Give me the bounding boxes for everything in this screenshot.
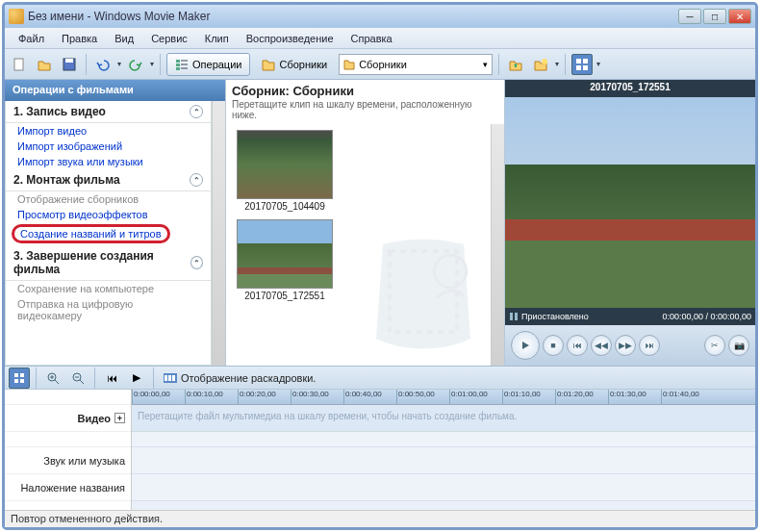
collapse-icon[interactable]: ⌃ — [190, 105, 203, 118]
collection-scrollbar[interactable] — [491, 124, 504, 366]
svg-rect-31 — [168, 375, 171, 381]
clip-thumb[interactable]: 20170705_104409 — [232, 130, 338, 212]
up-folder-button[interactable] — [505, 54, 526, 75]
timeline-track-labels: Видео+ Звук или музыка Наложение названи… — [5, 390, 132, 510]
menu-clip[interactable]: Клип — [197, 31, 237, 46]
task-video-effects[interactable]: Просмотр видеоэффектов — [6, 207, 211, 222]
collapse-icon[interactable]: ⌃ — [190, 256, 203, 269]
svg-rect-13 — [583, 65, 588, 70]
task-section-2[interactable]: 2. Монтаж фильма ⌃ — [6, 169, 211, 191]
svg-rect-18 — [14, 373, 18, 377]
ruler-tick: 0:01:10,00 — [502, 390, 555, 404]
svg-rect-32 — [172, 375, 175, 381]
menu-edit[interactable]: Правка — [54, 31, 105, 46]
svg-rect-3 — [176, 60, 180, 63]
track-transition[interactable] — [132, 432, 755, 447]
collapse-icon[interactable]: ⌃ — [190, 173, 203, 187]
prev-button[interactable]: ⏮ — [567, 335, 588, 356]
view-button[interactable] — [571, 54, 593, 75]
menu-file[interactable]: Файл — [11, 31, 52, 46]
task-import-video[interactable]: Импорт видео — [6, 123, 211, 139]
operations-toggle[interactable]: Операции — [166, 53, 250, 76]
tl-zoom-out-button[interactable] — [67, 367, 89, 389]
folder-small-icon — [343, 59, 355, 70]
svg-rect-30 — [165, 375, 167, 381]
window-title: Без имени - Windows Movie Maker — [28, 10, 678, 23]
play-button[interactable] — [511, 331, 540, 360]
clip-thumb[interactable]: 20170705_172551 — [232, 219, 338, 301]
redo-button[interactable] — [125, 54, 146, 75]
new-button[interactable] — [9, 54, 30, 75]
svg-rect-16 — [510, 313, 513, 320]
close-button[interactable]: ✕ — [728, 9, 751, 24]
tl-view-button[interactable] — [9, 367, 30, 389]
stop-button[interactable]: ■ — [543, 335, 564, 356]
svg-rect-2 — [65, 59, 73, 63]
menu-playback[interactable]: Воспроизведение — [239, 31, 342, 46]
ruler-tick: 0:00:30,00 — [291, 390, 343, 404]
snapshot-button[interactable]: 📷 — [728, 335, 749, 356]
svg-rect-0 — [14, 59, 23, 70]
task-send-camera: Отправка на цифровую видеокамеру — [6, 296, 211, 323]
ruler-tick: 0:01:00,00 — [449, 390, 502, 404]
task-import-audio[interactable]: Импорт звука или музыки — [6, 154, 211, 169]
operations-label: Операции — [192, 59, 241, 70]
menu-help[interactable]: Справка — [343, 31, 400, 46]
svg-rect-11 — [583, 59, 588, 63]
task-section-1[interactable]: 1. Запись видео ⌃ — [6, 101, 211, 123]
preview-status-text: Приостановлено — [521, 312, 589, 321]
tl-rewind-button[interactable]: ⏮ — [101, 367, 122, 389]
svg-point-9 — [542, 59, 547, 64]
minimize-button[interactable]: ─ — [678, 9, 701, 24]
task-import-images[interactable]: Импорт изображений — [6, 139, 211, 154]
collection-hint: Перетащите клип на шкалу времени, распол… — [232, 99, 498, 120]
tasks-scrollbar[interactable] — [212, 101, 225, 366]
forward-button[interactable]: ▶▶ — [615, 335, 636, 356]
menu-service[interactable]: Сервис — [143, 31, 195, 46]
collections-toggle[interactable]: Сборники — [254, 53, 335, 76]
ruler-tick: 0:00:20,00 — [238, 390, 291, 404]
timeline-mode-label[interactable]: Отображение раскадровки. — [181, 372, 316, 384]
next-button[interactable]: ⏭ — [639, 335, 660, 356]
timeline-ruler[interactable]: 0:00:00,000:00:10,000:00:20,000:00:30,00… — [132, 390, 755, 405]
menubar: Файл Правка Вид Сервис Клип Воспроизведе… — [5, 28, 755, 49]
svg-rect-19 — [20, 373, 24, 377]
storyboard-icon — [164, 371, 177, 385]
new-folder-button[interactable] — [530, 54, 551, 75]
folder-icon — [262, 58, 275, 71]
menu-view[interactable]: Вид — [107, 31, 141, 46]
svg-rect-12 — [576, 65, 581, 70]
ruler-tick: 0:00:10,00 — [185, 390, 238, 404]
maximize-button[interactable]: □ — [703, 9, 726, 24]
collection-pane: Сборник: Сборники Перетащите клип на шка… — [226, 80, 505, 366]
ruler-tick: 0:00:40,00 — [343, 390, 396, 404]
open-button[interactable] — [34, 54, 55, 75]
rewind-button[interactable]: ◀◀ — [591, 335, 612, 356]
split-button[interactable]: ✂ — [704, 335, 725, 356]
svg-rect-17 — [515, 313, 518, 320]
track-audio[interactable] — [132, 447, 755, 474]
preview-pane: 20170705_172551 Приостановлено 0:00:00,0… — [505, 80, 755, 366]
timeline-tracks[interactable]: 0:00:00,000:00:10,000:00:20,000:00:30,00… — [132, 390, 755, 510]
tl-zoom-in-button[interactable] — [42, 367, 63, 389]
collection-combo[interactable]: Сборники ▾ — [339, 54, 493, 75]
save-button[interactable] — [59, 54, 80, 75]
tl-play-button[interactable]: ▶ — [126, 367, 147, 389]
task-titles-credits[interactable]: Создание названий и титров — [20, 228, 162, 240]
collection-title: Сборник: Сборники — [232, 84, 498, 98]
undo-button[interactable] — [92, 54, 114, 75]
timeline-drop-hint: Перетащите файл мультимедиа на шкалу вре… — [132, 405, 755, 432]
preview-time: 0:00:00,00 / 0:00:00,00 — [662, 312, 751, 321]
combo-text: Сборники — [359, 59, 479, 70]
filmstrip-decor-icon — [356, 231, 491, 366]
clip-thumb-label: 20170705_172551 — [232, 291, 338, 301]
collections-label: Сборники — [279, 59, 327, 70]
track-label-audio: Звук или музыка — [5, 447, 131, 474]
preview-video[interactable] — [505, 97, 755, 308]
task-section-3[interactable]: 3. Завершение создания фильма ⌃ — [6, 245, 211, 281]
svg-point-15 — [434, 255, 467, 288]
chevron-down-icon: ▾ — [483, 60, 488, 69]
expand-video-track[interactable]: + — [114, 413, 125, 423]
track-overlay[interactable] — [132, 474, 755, 501]
track-label-overlay: Наложение названия — [5, 474, 131, 501]
